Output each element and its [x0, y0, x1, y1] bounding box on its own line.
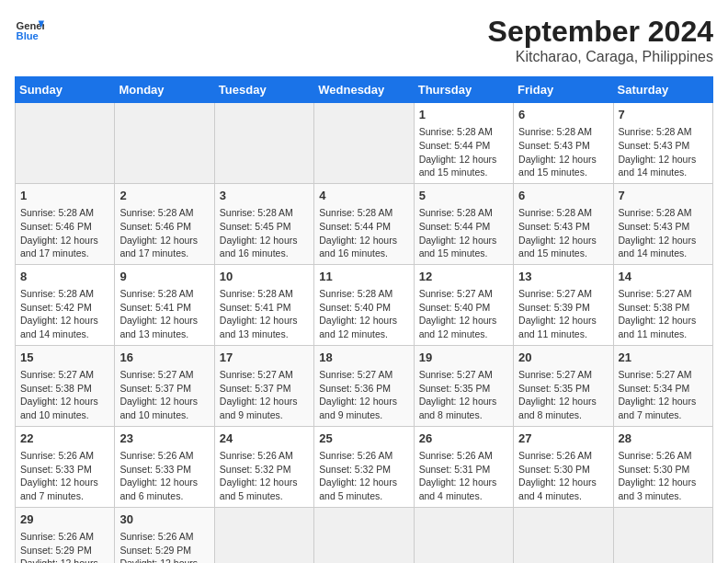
daylight: Daylight: 12 hours and 14 minutes. — [20, 315, 98, 339]
list-item — [314, 507, 414, 563]
day-number: 11 — [319, 269, 408, 285]
list-item: 27 Sunrise: 5:26 AM Sunset: 5:30 PM Dayl… — [514, 426, 613, 507]
sunset: Sunset: 5:46 PM — [20, 221, 92, 232]
sunrise: Sunrise: 5:26 AM — [518, 450, 592, 461]
sunset: Sunset: 5:43 PM — [518, 221, 590, 232]
logo-icon: General Blue — [15, 15, 44, 44]
sunrise: Sunrise: 5:28 AM — [518, 126, 592, 137]
daylight: Daylight: 12 hours and 6 minutes. — [119, 477, 198, 501]
table-row: 29 Sunrise: 5:26 AM Sunset: 5:29 PM Dayl… — [16, 507, 713, 563]
day-number: 12 — [419, 269, 508, 285]
list-item: 7 Sunrise: 5:28 AM Sunset: 5:43 PM Dayli… — [613, 183, 712, 264]
sunset: Sunset: 5:40 PM — [419, 302, 491, 313]
list-item: 14 Sunrise: 5:27 AM Sunset: 5:38 PM Dayl… — [613, 264, 712, 345]
sunset: Sunset: 5:44 PM — [419, 221, 491, 232]
sunrise: Sunrise: 5:28 AM — [220, 288, 293, 299]
table-row: 8 Sunrise: 5:28 AM Sunset: 5:42 PM Dayli… — [16, 264, 713, 345]
day-number: 27 — [518, 431, 608, 447]
list-item: 9 Sunrise: 5:28 AM Sunset: 5:41 PM Dayli… — [115, 264, 214, 345]
calendar-header-row: Sunday Monday Tuesday Wednesday Thursday… — [16, 77, 713, 103]
table-row: 1 Sunrise: 5:28 AM Sunset: 5:44 PM Dayli… — [16, 103, 713, 184]
daylight: Daylight: 12 hours and 3 minutes. — [20, 557, 98, 563]
sunset: Sunset: 5:44 PM — [319, 221, 391, 232]
daylight: Daylight: 12 hours and 8 minutes. — [518, 396, 597, 420]
list-item: 30 Sunrise: 5:26 AM Sunset: 5:29 PM Dayl… — [115, 507, 214, 563]
sunrise: Sunrise: 5:26 AM — [319, 450, 392, 461]
sunset: Sunset: 5:30 PM — [619, 464, 690, 475]
list-item — [115, 103, 214, 184]
daylight: Daylight: 12 hours and 7 minutes. — [619, 396, 697, 420]
list-item: 18 Sunrise: 5:27 AM Sunset: 5:36 PM Dayl… — [314, 345, 414, 426]
sunrise: Sunrise: 5:27 AM — [419, 288, 493, 299]
daylight: Daylight: 12 hours and 12 minutes. — [419, 315, 497, 339]
day-number: 28 — [619, 431, 708, 447]
daylight: Daylight: 12 hours and 11 minutes. — [518, 315, 597, 339]
sunset: Sunset: 5:43 PM — [518, 140, 590, 151]
daylight: Daylight: 12 hours and 5 minutes. — [220, 477, 298, 501]
day-number: 24 — [220, 431, 309, 447]
day-number: 10 — [220, 269, 309, 285]
page-title: September 2024 — [488, 15, 713, 49]
sunrise: Sunrise: 5:28 AM — [419, 126, 493, 137]
list-item: 16 Sunrise: 5:27 AM Sunset: 5:37 PM Dayl… — [115, 345, 214, 426]
daylight: Daylight: 12 hours and 17 minutes. — [119, 235, 198, 259]
sunset: Sunset: 5:37 PM — [119, 383, 191, 394]
sunrise: Sunrise: 5:28 AM — [419, 207, 493, 218]
daylight: Daylight: 12 hours and 15 minutes. — [419, 154, 497, 178]
daylight: Daylight: 12 hours and 9 minutes. — [220, 396, 298, 420]
list-item — [514, 507, 613, 563]
table-row: 1 Sunrise: 5:28 AM Sunset: 5:46 PM Dayli… — [16, 183, 713, 264]
list-item: 22 Sunrise: 5:26 AM Sunset: 5:33 PM Dayl… — [16, 426, 115, 507]
sunset: Sunset: 5:41 PM — [119, 302, 191, 313]
day-number: 22 — [20, 431, 109, 447]
sunset: Sunset: 5:34 PM — [619, 383, 690, 394]
sunrise: Sunrise: 5:28 AM — [119, 207, 193, 218]
sunrise: Sunrise: 5:26 AM — [619, 450, 692, 461]
daylight: Daylight: 12 hours and 8 minutes. — [419, 396, 497, 420]
day-number: 25 — [319, 431, 408, 447]
day-number: 20 — [518, 350, 608, 366]
list-item: 10 Sunrise: 5:28 AM Sunset: 5:41 PM Dayl… — [214, 264, 313, 345]
sunset: Sunset: 5:33 PM — [119, 464, 191, 475]
sunset: Sunset: 5:31 PM — [419, 464, 491, 475]
list-item: 15 Sunrise: 5:27 AM Sunset: 5:38 PM Dayl… — [16, 345, 115, 426]
logo: General Blue — [15, 15, 44, 44]
list-item: 1 Sunrise: 5:28 AM Sunset: 5:44 PM Dayli… — [414, 103, 513, 184]
daylight: Daylight: 12 hours and 2 minutes. — [119, 557, 198, 563]
list-item: 17 Sunrise: 5:27 AM Sunset: 5:37 PM Dayl… — [214, 345, 313, 426]
sunrise: Sunrise: 5:28 AM — [518, 207, 592, 218]
sunrise: Sunrise: 5:26 AM — [419, 450, 493, 461]
svg-text:Blue: Blue — [17, 30, 39, 41]
daylight: Daylight: 12 hours and 13 minutes. — [220, 315, 298, 339]
day-number: 2 — [119, 188, 209, 204]
sunset: Sunset: 5:37 PM — [220, 383, 291, 394]
sunrise: Sunrise: 5:28 AM — [619, 207, 692, 218]
sunrise: Sunrise: 5:27 AM — [119, 369, 193, 380]
list-item — [613, 507, 712, 563]
list-item: 2 Sunrise: 5:28 AM Sunset: 5:46 PM Dayli… — [115, 183, 214, 264]
sunset: Sunset: 5:38 PM — [619, 302, 690, 313]
daylight: Daylight: 12 hours and 4 minutes. — [419, 477, 497, 501]
daylight: Daylight: 12 hours and 3 minutes. — [619, 477, 697, 501]
day-number: 14 — [619, 269, 708, 285]
day-number: 6 — [518, 107, 608, 123]
sunrise: Sunrise: 5:28 AM — [20, 207, 94, 218]
sunrise: Sunrise: 5:27 AM — [518, 288, 592, 299]
daylight: Daylight: 12 hours and 14 minutes. — [619, 235, 697, 259]
list-item: 26 Sunrise: 5:26 AM Sunset: 5:31 PM Dayl… — [414, 426, 513, 507]
daylight: Daylight: 12 hours and 11 minutes. — [619, 315, 697, 339]
sunrise: Sunrise: 5:28 AM — [20, 288, 94, 299]
day-number: 6 — [518, 188, 608, 204]
list-item: 5 Sunrise: 5:28 AM Sunset: 5:44 PM Dayli… — [414, 183, 513, 264]
day-number: 23 — [119, 431, 209, 447]
list-item: 6 Sunrise: 5:28 AM Sunset: 5:43 PM Dayli… — [514, 103, 613, 184]
sunrise: Sunrise: 5:27 AM — [619, 369, 692, 380]
sunrise: Sunrise: 5:28 AM — [319, 207, 392, 218]
sunrise: Sunrise: 5:26 AM — [119, 531, 193, 542]
col-friday: Friday — [514, 77, 613, 103]
col-monday: Monday — [115, 77, 214, 103]
sunrise: Sunrise: 5:28 AM — [319, 288, 392, 299]
day-number: 3 — [220, 188, 309, 204]
list-item: 7 Sunrise: 5:28 AM Sunset: 5:43 PM Dayli… — [613, 103, 712, 184]
day-number: 5 — [419, 188, 508, 204]
